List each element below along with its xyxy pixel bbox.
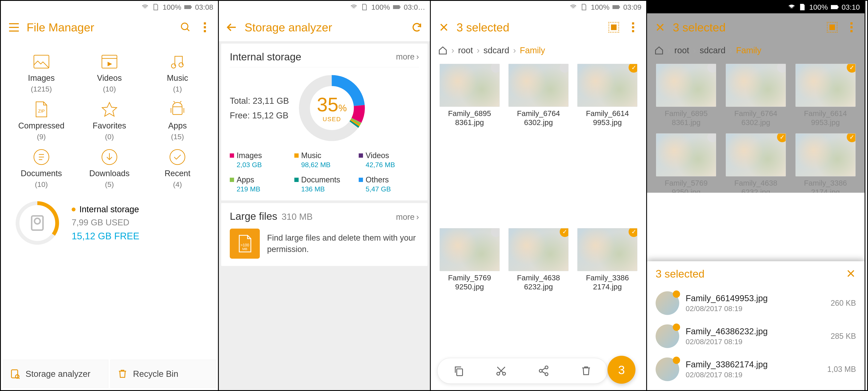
close-button[interactable] bbox=[437, 21, 451, 34]
delete-button[interactable] bbox=[580, 364, 593, 377]
category-music[interactable]: Music (1) bbox=[144, 52, 212, 93]
clock: 03:08 bbox=[195, 3, 213, 11]
hamburger-icon bbox=[9, 23, 19, 32]
category-documents[interactable]: Documents (10) bbox=[7, 147, 75, 189]
crumb-root[interactable]: root bbox=[674, 46, 689, 55]
page-title: Storage analyzer bbox=[245, 21, 404, 34]
category-recent[interactable]: Recent (4) bbox=[144, 147, 212, 189]
search-button[interactable] bbox=[179, 21, 192, 34]
tile-storage-analyzer[interactable]: Storage analyzer bbox=[3, 360, 108, 388]
wifi-icon bbox=[350, 3, 358, 11]
menu-button[interactable] bbox=[7, 21, 21, 34]
selection-check-icon[interactable] bbox=[491, 64, 500, 73]
clock: 03:10 bbox=[842, 3, 860, 11]
crumb-root[interactable]: root bbox=[458, 46, 473, 55]
category-grid: Images (1215) Videos (10) Music (1) ZIP … bbox=[1, 41, 218, 195]
battery-text: 100% bbox=[591, 3, 610, 11]
crumb-family[interactable]: Family bbox=[736, 46, 762, 55]
selection-check-icon[interactable] bbox=[777, 64, 786, 73]
trash-icon bbox=[580, 365, 592, 376]
selection-check-icon[interactable] bbox=[777, 133, 786, 142]
category-favorites[interactable]: Favorites (0) bbox=[75, 100, 143, 141]
thumbnail-item[interactable]: Family_6614 9953.jpg bbox=[793, 64, 858, 127]
crumb-sdcard[interactable]: sdcard bbox=[484, 46, 509, 55]
selection-check-icon[interactable] bbox=[628, 64, 638, 73]
bottom-sheet: 3 selected Family_66149953.jpg 02/08/201… bbox=[647, 261, 865, 390]
refresh-button[interactable] bbox=[410, 21, 424, 34]
selection-check-icon[interactable] bbox=[847, 133, 856, 142]
storage-text: Internal storage 7,99 GB USED 15,12 GB F… bbox=[72, 204, 139, 242]
copy-button[interactable] bbox=[452, 364, 465, 377]
category-videos[interactable]: Videos (10) bbox=[75, 52, 143, 93]
more-link[interactable]: more› bbox=[396, 213, 419, 222]
legend: Images2,03 GB Music98,62 MB Videos42,76 … bbox=[230, 151, 419, 193]
share-icon bbox=[538, 365, 550, 376]
tile-recycle-bin[interactable]: Recycle Bin bbox=[111, 360, 216, 388]
battery-text: 100% bbox=[163, 3, 181, 11]
sheet-item[interactable]: Family_33862174.jpg 02/08/2017 08:19 1,0… bbox=[656, 353, 856, 386]
overflow-button[interactable] bbox=[845, 21, 858, 34]
category-compressed[interactable]: ZIP Compressed (9) bbox=[7, 100, 75, 141]
sd-icon bbox=[152, 3, 160, 11]
selection-check-icon[interactable] bbox=[491, 228, 500, 237]
wifi-icon bbox=[788, 3, 796, 11]
sheet-item[interactable]: Family_66149953.jpg 02/08/2017 08:19 260… bbox=[656, 287, 856, 320]
svg-point-15 bbox=[35, 218, 40, 224]
thumbnail-filename: Family_5769 9250.jpg bbox=[448, 273, 491, 291]
thumbnail-item[interactable]: Family_3386 2174.jpg bbox=[793, 133, 858, 193]
storage-summary[interactable]: Internal storage 7,99 GB USED 15,12 GB F… bbox=[1, 195, 218, 251]
screen-folder-selection: 100% 03:09 3 selected › root › sdcard › … bbox=[431, 1, 647, 390]
category-images[interactable]: Images (1215) bbox=[7, 52, 75, 93]
sheet-close-button[interactable] bbox=[846, 268, 856, 279]
svg-rect-29 bbox=[619, 6, 620, 8]
home-icon[interactable] bbox=[438, 46, 447, 55]
sheet-thumbnail bbox=[656, 358, 679, 381]
crumb-sdcard[interactable]: sdcard bbox=[700, 46, 725, 55]
search-icon bbox=[180, 22, 191, 33]
thumbnail-item[interactable]: Family_6614 9953.jpg bbox=[575, 64, 640, 222]
chevron-right-icon: › bbox=[416, 213, 419, 222]
svg-rect-4 bbox=[102, 55, 117, 68]
selection-fab[interactable]: 3 bbox=[608, 356, 636, 384]
select-all-button[interactable] bbox=[607, 21, 620, 34]
thumbnail-item[interactable]: Family_6764 6302.jpg bbox=[723, 64, 788, 127]
battery-text: 100% bbox=[809, 3, 828, 11]
more-link[interactable]: more› bbox=[396, 52, 419, 61]
selection-check-icon[interactable] bbox=[628, 228, 638, 237]
overflow-button[interactable] bbox=[198, 21, 212, 34]
thumbnail-item[interactable]: Family_6895 8361.jpg bbox=[437, 64, 502, 222]
selection-check-icon[interactable] bbox=[560, 64, 568, 73]
overflow-button[interactable] bbox=[626, 21, 640, 34]
thumbnail-image bbox=[656, 133, 716, 176]
selection-check-icon[interactable] bbox=[560, 228, 568, 237]
sheet-item[interactable]: Family_46386232.jpg 02/08/2017 08:19 285… bbox=[656, 320, 856, 353]
thumbnail-item[interactable]: Family_4638 6232.jpg bbox=[723, 133, 788, 193]
home-icon[interactable] bbox=[654, 46, 664, 55]
selection-check-icon[interactable] bbox=[707, 133, 716, 142]
status-bar: 100% 03:08 bbox=[1, 1, 218, 13]
back-button[interactable] bbox=[225, 21, 239, 34]
thumbnail-item[interactable]: Family_5769 9250.jpg bbox=[653, 133, 719, 193]
sd-icon bbox=[361, 3, 368, 11]
close-button[interactable] bbox=[653, 21, 667, 34]
sheet-filesize: 1,03 MB bbox=[827, 365, 856, 374]
svg-rect-1 bbox=[191, 6, 192, 8]
selection-check-icon[interactable] bbox=[707, 64, 716, 73]
sheet-date: 02/08/2017 08:19 bbox=[686, 371, 821, 379]
thumbnail-item[interactable]: Family_6764 6302.jpg bbox=[506, 64, 571, 222]
select-all-button[interactable] bbox=[826, 21, 839, 34]
chevron-right-icon: › bbox=[477, 46, 479, 55]
share-button[interactable] bbox=[537, 364, 550, 377]
svg-rect-8 bbox=[173, 107, 182, 114]
crumb-family[interactable]: Family bbox=[520, 46, 545, 55]
thumbnail-filename: Family_6895 8361.jpg bbox=[448, 109, 491, 127]
selection-check-icon[interactable] bbox=[847, 64, 856, 73]
large-file-icon: >100MB bbox=[230, 229, 260, 259]
thumbnail-item[interactable]: Family_6895 8361.jpg bbox=[653, 64, 719, 127]
category-downloads[interactable]: Downloads (5) bbox=[75, 147, 143, 189]
cut-button[interactable] bbox=[495, 364, 507, 377]
category-apps[interactable]: Apps (15) bbox=[144, 100, 212, 141]
card-large-files[interactable]: Large files310 MB more› >100MB Find larg… bbox=[221, 203, 428, 266]
legend-item: Apps219 MB bbox=[230, 175, 290, 193]
clock: 03:0… bbox=[404, 3, 425, 11]
